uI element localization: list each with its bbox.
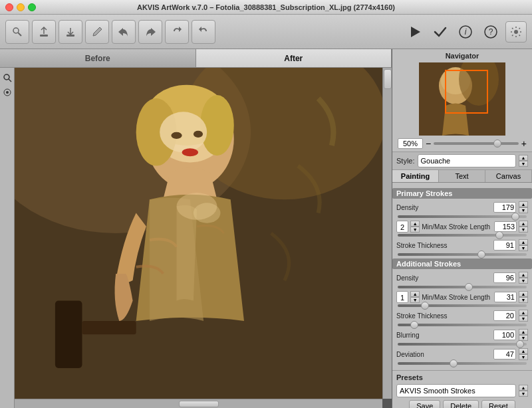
save-down-button[interactable] [59, 20, 82, 44]
primary-minmax-value[interactable] [494, 221, 517, 232]
open-file-button[interactable] [5, 20, 29, 44]
primary-density-value[interactable] [493, 202, 516, 213]
primary-stroke-count[interactable]: 2 [396, 221, 408, 233]
play-button[interactable] [404, 21, 426, 43]
text-tab[interactable]: Text [439, 170, 485, 182]
primary-density-up[interactable]: ▲ [519, 201, 528, 207]
canvas-area[interactable] [0, 68, 392, 408]
additional-minmax-slider[interactable] [398, 304, 527, 307]
navigator-viewport[interactable] [445, 70, 488, 114]
additional-density-value[interactable] [493, 272, 516, 283]
additional-stroke-count-up[interactable]: ▲ [410, 291, 420, 297]
svg-point-24 [171, 132, 182, 139]
additional-thickness-value[interactable] [493, 310, 516, 321]
additional-density-slider[interactable] [398, 286, 527, 288]
zoom-slider[interactable] [434, 142, 519, 145]
additional-stroke-count-stepper[interactable]: ▲ ▼ [410, 291, 420, 303]
deviation-up[interactable]: ▲ [519, 348, 528, 354]
confirm-button[interactable] [430, 21, 451, 43]
deviation-stepper[interactable]: ▲ ▼ [519, 348, 528, 360]
canvas-tab[interactable]: Canvas [485, 170, 532, 182]
style-up[interactable]: ▲ [519, 155, 528, 161]
additional-minmax-value[interactable] [494, 292, 517, 302]
primary-density-stepper[interactable]: ▲ ▼ [519, 201, 528, 213]
additional-stroke-count[interactable]: 1 [396, 291, 408, 303]
additional-stroke-count-down[interactable]: ▼ [410, 297, 420, 303]
after-view-button[interactable] [138, 20, 162, 44]
minimize-button[interactable] [17, 3, 25, 11]
svg-rect-2 [40, 35, 48, 37]
additional-thickness-stepper[interactable]: ▲ ▼ [519, 310, 528, 322]
primary-minmax-stepper[interactable]: ▲ ▼ [519, 221, 528, 233]
blurring-value[interactable] [493, 330, 516, 340]
additional-density-stepper[interactable]: ▲ ▼ [519, 272, 528, 284]
presets-section: Presets ▲ ▼ Save Delete Reset [392, 370, 532, 408]
after-tab[interactable]: After [196, 49, 392, 67]
before-view-button[interactable] [112, 20, 136, 44]
maximize-button[interactable] [28, 3, 36, 11]
before-tab[interactable]: Before [0, 49, 196, 67]
presets-input[interactable] [396, 384, 516, 397]
close-button[interactable] [5, 3, 13, 11]
delete-preset-button[interactable]: Delete [443, 400, 479, 408]
reset-preset-button[interactable]: Reset [481, 400, 515, 408]
deviation-slider[interactable] [398, 362, 527, 365]
style-input[interactable] [418, 154, 516, 167]
painting-tab[interactable]: Painting [392, 170, 439, 182]
additional-density-down[interactable]: ▼ [519, 278, 528, 284]
brush-tool-button[interactable] [85, 20, 109, 44]
redo-button[interactable] [192, 20, 215, 44]
primary-density-row: Density ▲ ▼ [396, 201, 528, 213]
zoom-tool[interactable] [1, 72, 13, 84]
blurring-stepper[interactable]: ▲ ▼ [519, 329, 528, 341]
presets-stepper[interactable]: ▲ ▼ [519, 385, 528, 397]
settings-button[interactable] [505, 21, 527, 43]
additional-minmax-up[interactable]: ▲ [519, 291, 528, 297]
additional-minmax-down[interactable]: ▼ [519, 297, 528, 303]
primary-thickness-slider[interactable] [398, 253, 527, 256]
navigator-thumbnail[interactable] [419, 62, 505, 136]
primary-stroke-count-stepper[interactable]: ▲ ▼ [410, 221, 420, 233]
primary-minmax-slider[interactable] [398, 234, 527, 237]
style-down[interactable]: ▼ [519, 161, 528, 167]
presets-down[interactable]: ▼ [519, 391, 528, 397]
additional-minmax-stepper[interactable]: ▲ ▼ [519, 291, 528, 303]
zoom-out-button[interactable]: − [426, 138, 431, 149]
primary-thickness-down[interactable]: ▼ [519, 245, 528, 251]
deviation-down[interactable]: ▼ [519, 354, 528, 360]
additional-density-up[interactable]: ▲ [519, 272, 528, 278]
primary-minmax-down[interactable]: ▼ [519, 227, 528, 233]
help-button[interactable]: ? [480, 21, 501, 43]
primary-thickness-up[interactable]: ▲ [519, 239, 528, 245]
additional-minmax-label: Min/Max Stroke Length [422, 294, 490, 301]
eyedropper-tool[interactable] [1, 86, 13, 98]
deviation-value[interactable] [493, 349, 516, 359]
save-up-button[interactable] [32, 20, 56, 44]
primary-thickness-value[interactable] [493, 240, 516, 251]
save-preset-button[interactable]: Save [409, 400, 440, 408]
style-stepper[interactable]: ▲ ▼ [519, 155, 528, 167]
zoom-in-button[interactable]: + [521, 138, 527, 149]
primary-density-slider[interactable] [398, 215, 527, 218]
primary-density-down[interactable]: ▼ [519, 207, 528, 213]
primary-thickness-stepper[interactable]: ▲ ▼ [519, 239, 528, 251]
deviation-label: Deviation [396, 351, 424, 358]
svg-point-23 [182, 148, 198, 156]
additional-thickness-slider[interactable] [398, 324, 527, 326]
svg-point-10 [4, 74, 9, 80]
primary-minmax-up[interactable]: ▲ [519, 221, 528, 227]
blurring-up[interactable]: ▲ [519, 329, 528, 335]
presets-up[interactable]: ▲ [519, 385, 528, 391]
additional-thickness-down[interactable]: ▼ [519, 316, 528, 322]
blurring-slider[interactable] [398, 343, 527, 346]
vertical-scrollbar[interactable] [382, 68, 392, 399]
primary-stroke-count-up[interactable]: ▲ [410, 221, 420, 227]
primary-thickness-slider-row [396, 253, 528, 256]
svg-point-25 [194, 131, 203, 138]
undo-button[interactable] [165, 20, 189, 44]
zoom-input[interactable]: 50% [398, 138, 423, 149]
primary-stroke-count-down[interactable]: ▼ [410, 227, 420, 233]
additional-thickness-up[interactable]: ▲ [519, 310, 528, 316]
horizontal-scrollbar[interactable] [15, 399, 382, 408]
info-button[interactable]: i [455, 21, 476, 43]
